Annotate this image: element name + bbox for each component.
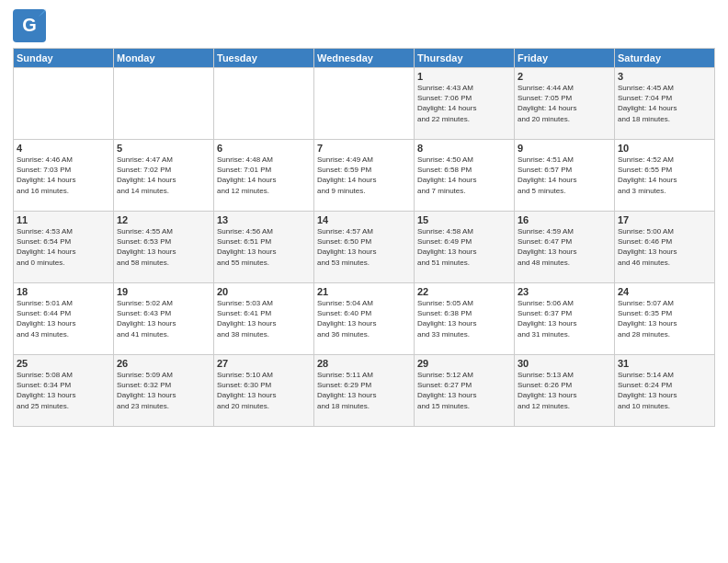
day-number: 8 [417, 143, 511, 154]
day-cell: 14Sunrise: 4:57 AM Sunset: 6:50 PM Dayli… [314, 212, 415, 283]
day-cell: 26Sunrise: 5:09 AM Sunset: 6:32 PM Dayli… [114, 355, 214, 427]
day-cell: 2Sunrise: 4:44 AM Sunset: 7:05 PM Daylig… [515, 68, 615, 140]
day-cell: 31Sunrise: 5:14 AM Sunset: 6:24 PM Dayli… [615, 355, 715, 427]
day-number: 3 [618, 71, 711, 82]
day-info: Sunrise: 5:00 AM Sunset: 6:46 PM Dayligh… [618, 226, 711, 268]
day-cell: 13Sunrise: 4:56 AM Sunset: 6:51 PM Dayli… [214, 212, 314, 283]
day-info: Sunrise: 4:59 AM Sunset: 6:47 PM Dayligh… [518, 226, 611, 268]
day-number: 13 [217, 214, 311, 225]
day-number: 23 [518, 286, 611, 297]
header-cell-tuesday: Tuesday [214, 49, 314, 68]
day-number: 10 [618, 143, 711, 154]
day-info: Sunrise: 4:48 AM Sunset: 7:01 PM Dayligh… [217, 155, 311, 196]
day-info: Sunrise: 4:51 AM Sunset: 6:57 PM Dayligh… [518, 155, 611, 196]
day-cell: 24Sunrise: 5:07 AM Sunset: 6:35 PM Dayli… [615, 283, 715, 355]
day-info: Sunrise: 5:08 AM Sunset: 6:34 PM Dayligh… [17, 370, 110, 411]
day-number: 5 [117, 143, 210, 154]
day-cell: 22Sunrise: 5:05 AM Sunset: 6:38 PM Dayli… [415, 283, 515, 355]
day-cell: 12Sunrise: 4:55 AM Sunset: 6:53 PM Dayli… [114, 212, 214, 283]
page-header: G [13, 9, 715, 42]
day-cell: 19Sunrise: 5:02 AM Sunset: 6:43 PM Dayli… [114, 283, 214, 355]
day-info: Sunrise: 4:44 AM Sunset: 7:05 PM Dayligh… [518, 83, 611, 124]
week-row-3: 11Sunrise: 4:53 AM Sunset: 6:54 PM Dayli… [14, 212, 715, 283]
day-number: 11 [17, 214, 110, 225]
day-cell [214, 68, 314, 140]
day-cell: 6Sunrise: 4:48 AM Sunset: 7:01 PM Daylig… [214, 140, 314, 212]
day-info: Sunrise: 4:56 AM Sunset: 6:51 PM Dayligh… [217, 226, 311, 268]
day-number: 20 [217, 286, 311, 297]
day-info: Sunrise: 5:04 AM Sunset: 6:40 PM Dayligh… [317, 298, 411, 339]
day-info: Sunrise: 4:58 AM Sunset: 6:49 PM Dayligh… [417, 226, 511, 268]
day-number: 30 [518, 358, 611, 369]
day-info: Sunrise: 5:03 AM Sunset: 6:41 PM Dayligh… [217, 298, 311, 339]
day-number: 27 [217, 358, 311, 369]
day-number: 26 [117, 358, 210, 369]
day-cell [14, 68, 114, 140]
day-cell: 11Sunrise: 4:53 AM Sunset: 6:54 PM Dayli… [14, 212, 114, 283]
day-cell: 25Sunrise: 5:08 AM Sunset: 6:34 PM Dayli… [14, 355, 114, 427]
day-cell [314, 68, 415, 140]
header-cell-wednesday: Wednesday [314, 49, 415, 68]
day-info: Sunrise: 5:10 AM Sunset: 6:30 PM Dayligh… [217, 370, 311, 411]
day-info: Sunrise: 5:13 AM Sunset: 6:26 PM Dayligh… [518, 370, 611, 411]
day-number: 16 [518, 214, 611, 225]
day-cell: 5Sunrise: 4:47 AM Sunset: 7:02 PM Daylig… [114, 140, 214, 212]
day-number: 31 [618, 358, 711, 369]
header-cell-sunday: Sunday [14, 49, 114, 68]
day-cell: 7Sunrise: 4:49 AM Sunset: 6:59 PM Daylig… [314, 140, 415, 212]
day-number: 9 [518, 143, 611, 154]
day-cell: 17Sunrise: 5:00 AM Sunset: 6:46 PM Dayli… [615, 212, 715, 283]
day-cell: 29Sunrise: 5:12 AM Sunset: 6:27 PM Dayli… [415, 355, 515, 427]
day-number: 28 [317, 358, 411, 369]
logo: G [13, 9, 50, 42]
day-info: Sunrise: 4:55 AM Sunset: 6:53 PM Dayligh… [117, 226, 210, 268]
svg-text:G: G [22, 15, 37, 35]
header-cell-thursday: Thursday [415, 49, 515, 68]
week-row-4: 18Sunrise: 5:01 AM Sunset: 6:44 PM Dayli… [14, 283, 715, 355]
day-info: Sunrise: 5:07 AM Sunset: 6:35 PM Dayligh… [618, 298, 711, 339]
day-number: 2 [518, 71, 611, 82]
day-info: Sunrise: 5:09 AM Sunset: 6:32 PM Dayligh… [117, 370, 210, 411]
day-info: Sunrise: 5:05 AM Sunset: 6:38 PM Dayligh… [417, 298, 511, 339]
day-number: 22 [417, 286, 511, 297]
day-info: Sunrise: 4:46 AM Sunset: 7:03 PM Dayligh… [17, 155, 110, 196]
day-number: 29 [417, 358, 511, 369]
day-cell: 28Sunrise: 5:11 AM Sunset: 6:29 PM Dayli… [314, 355, 415, 427]
day-cell [114, 68, 214, 140]
day-cell: 10Sunrise: 4:52 AM Sunset: 6:55 PM Dayli… [615, 140, 715, 212]
page: G SundayMondayTuesdayWednesdayThursdayFr… [0, 0, 728, 563]
day-info: Sunrise: 4:52 AM Sunset: 6:55 PM Dayligh… [618, 155, 711, 196]
day-cell: 21Sunrise: 5:04 AM Sunset: 6:40 PM Dayli… [314, 283, 415, 355]
day-info: Sunrise: 4:43 AM Sunset: 7:06 PM Dayligh… [417, 83, 511, 124]
day-cell: 16Sunrise: 4:59 AM Sunset: 6:47 PM Dayli… [515, 212, 615, 283]
day-info: Sunrise: 5:06 AM Sunset: 6:37 PM Dayligh… [518, 298, 611, 339]
day-cell: 15Sunrise: 4:58 AM Sunset: 6:49 PM Dayli… [415, 212, 515, 283]
day-cell: 20Sunrise: 5:03 AM Sunset: 6:41 PM Dayli… [214, 283, 314, 355]
day-cell: 9Sunrise: 4:51 AM Sunset: 6:57 PM Daylig… [515, 140, 615, 212]
day-info: Sunrise: 4:49 AM Sunset: 6:59 PM Dayligh… [317, 155, 411, 196]
day-info: Sunrise: 4:45 AM Sunset: 7:04 PM Dayligh… [618, 83, 711, 124]
day-number: 12 [117, 214, 210, 225]
day-cell: 4Sunrise: 4:46 AM Sunset: 7:03 PM Daylig… [14, 140, 114, 212]
week-row-2: 4Sunrise: 4:46 AM Sunset: 7:03 PM Daylig… [14, 140, 715, 212]
week-row-5: 25Sunrise: 5:08 AM Sunset: 6:34 PM Dayli… [14, 355, 715, 427]
day-info: Sunrise: 4:53 AM Sunset: 6:54 PM Dayligh… [17, 226, 110, 268]
day-number: 17 [618, 214, 711, 225]
day-number: 24 [618, 286, 711, 297]
day-number: 25 [17, 358, 110, 369]
calendar-table: SundayMondayTuesdayWednesdayThursdayFrid… [13, 48, 715, 427]
day-info: Sunrise: 5:01 AM Sunset: 6:44 PM Dayligh… [17, 298, 110, 339]
day-cell: 23Sunrise: 5:06 AM Sunset: 6:37 PM Dayli… [515, 283, 615, 355]
day-number: 1 [417, 71, 511, 82]
day-number: 21 [317, 286, 411, 297]
day-number: 6 [217, 143, 311, 154]
day-number: 19 [117, 286, 210, 297]
day-number: 15 [417, 214, 511, 225]
day-number: 4 [17, 143, 110, 154]
logo-icon: G [13, 9, 46, 42]
day-info: Sunrise: 5:11 AM Sunset: 6:29 PM Dayligh… [317, 370, 411, 411]
day-info: Sunrise: 4:47 AM Sunset: 7:02 PM Dayligh… [117, 155, 210, 196]
header-cell-friday: Friday [515, 49, 615, 68]
day-info: Sunrise: 5:02 AM Sunset: 6:43 PM Dayligh… [117, 298, 210, 339]
day-number: 14 [317, 214, 411, 225]
